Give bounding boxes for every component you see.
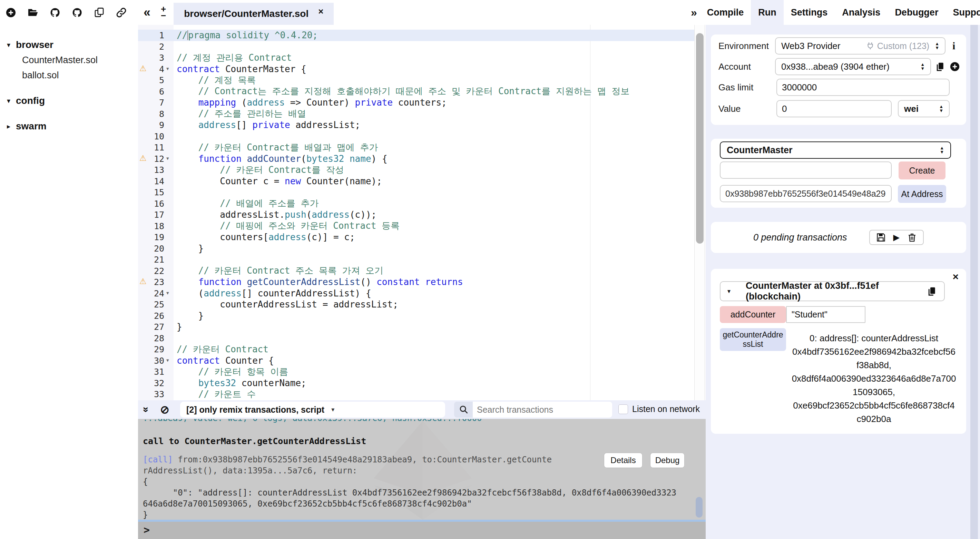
folder-swarm[interactable]: ▸swarm: [0, 119, 137, 134]
code-line[interactable]: 8 // 주소를 관리하는 배열: [138, 108, 694, 120]
value-unit-stepper[interactable]: ▲▼: [939, 105, 943, 113]
gas-limit-input[interactable]: [776, 79, 950, 96]
new-file-icon[interactable]: [6, 7, 16, 18]
zoom-out-icon[interactable]: −: [161, 13, 166, 19]
terminal-scrollbar-thumb[interactable]: [696, 497, 703, 518]
open-folder-icon[interactable]: [28, 7, 38, 18]
tab-counter-master[interactable]: browser/CounterMaster.sol ×: [173, 3, 334, 25]
remove-instance-icon[interactable]: ×: [952, 271, 959, 283]
account-select[interactable]: 0x938...abea9 (3904 ether) ▲▼: [775, 58, 931, 75]
play-transactions-icon[interactable]: ▶: [893, 232, 900, 242]
code-line[interactable]: 2: [138, 41, 694, 52]
add-account-icon[interactable]: [950, 61, 960, 72]
account-stepper[interactable]: ▲▼: [920, 62, 925, 71]
editor-zoom-controls[interactable]: + −: [161, 6, 166, 19]
debug-button[interactable]: Debug: [650, 453, 685, 468]
details-button[interactable]: Details: [604, 453, 643, 468]
copy-account-icon[interactable]: [935, 61, 945, 72]
constructor-args-input[interactable]: [720, 162, 892, 179]
terminal-collapse-icon[interactable]: »: [140, 407, 152, 413]
github-import-icon[interactable]: [50, 7, 60, 18]
code-line[interactable]: 30▾contract Counter {: [138, 355, 694, 366]
instance-caret-icon[interactable]: ▾: [727, 288, 730, 295]
at-address-input[interactable]: [720, 185, 892, 202]
code-line[interactable]: 9 address[] private addressList;: [138, 119, 694, 131]
value-unit-select[interactable]: wei ▲▼: [898, 100, 950, 117]
contract-select[interactable]: CounterMaster ▲▼: [720, 142, 951, 159]
environment-select[interactable]: Web3 Provider Custom (123) ▲▼: [775, 37, 945, 54]
code-line[interactable]: 17 addressList.push(address(c));: [138, 209, 694, 221]
code-line[interactable]: ⚠12▾ function addCounter(bytes32 name) {: [138, 153, 694, 165]
code-line[interactable]: 11 // 카운터 Contract를 배열과 맵에 추가: [138, 142, 694, 153]
code-line[interactable]: 14 Counter c = new Counter(name);: [138, 176, 694, 187]
get-counter-address-list-button[interactable]: getCounterAddre ssList: [720, 328, 786, 351]
code-line[interactable]: 32 bytes32 counterName;: [138, 377, 694, 389]
editor-scrollbar[interactable]: [694, 25, 705, 400]
terminal-filter-dropdown[interactable]: [2] only remix transactions, script ▾: [180, 402, 445, 418]
code-line[interactable]: 24▾ (address[] counterAddressList) {: [138, 288, 694, 299]
file-ballot.sol[interactable]: ballot.sol: [0, 68, 137, 83]
code-line[interactable]: 13 // 카운터 Contract를 작성: [138, 164, 694, 176]
menu-item-compile[interactable]: Compile: [700, 0, 751, 25]
code-line[interactable]: ⚠4▾contract CounterMaster {: [138, 64, 694, 75]
editor-scrollbar-thumb[interactable]: [696, 33, 703, 243]
code-line[interactable]: 18 // 매핑에 주소와 카운터 Contract 등록: [138, 221, 694, 232]
menu-item-debugger[interactable]: Debugger: [888, 0, 945, 25]
terminal-prompt-row[interactable]: >: [138, 522, 706, 539]
save-transactions-icon[interactable]: [876, 232, 886, 242]
code-line[interactable]: 3// 계정 관리용 Contract: [138, 52, 694, 64]
copy-files-icon[interactable]: [94, 7, 105, 18]
contract-select-stepper[interactable]: ▲▼: [940, 146, 944, 154]
menu-item-analysis[interactable]: Analysis: [835, 0, 888, 25]
tab-close-icon[interactable]: ×: [318, 6, 323, 17]
code-line[interactable]: 16 // 배열에 주소를 추가: [138, 198, 694, 210]
code-line[interactable]: 21: [138, 254, 694, 266]
publish-link-icon[interactable]: [116, 7, 127, 18]
delete-transactions-icon[interactable]: [907, 232, 917, 242]
instance-title-box[interactable]: ▾ CounterMaster at 0x3bf...f51ef (blockc…: [720, 281, 945, 301]
fold-caret-icon[interactable]: ▾: [166, 155, 169, 162]
gist-icon[interactable]: [72, 7, 83, 18]
menu-overflow-icon[interactable]: »: [691, 6, 697, 19]
create-button[interactable]: Create: [899, 162, 945, 180]
run-panel-scrollbar[interactable]: [970, 25, 978, 539]
fold-caret-icon[interactable]: ▾: [166, 65, 169, 72]
code-line[interactable]: 15: [138, 187, 694, 198]
code-line[interactable]: ⚠23 function getCounterAddressList() con…: [138, 277, 694, 288]
add-counter-arg-input[interactable]: [786, 306, 865, 323]
menu-item-run[interactable]: Run: [751, 0, 783, 25]
code-line[interactable]: 25 counterAddressList = addressList;: [138, 299, 694, 310]
code-editor[interactable]: 1//pragma solidity ^0.4.20;23// 계정 관리용 C…: [138, 25, 694, 400]
menu-item-support[interactable]: Support: [945, 0, 980, 25]
fold-caret-icon[interactable]: ▾: [166, 357, 169, 363]
info-icon[interactable]: i: [952, 40, 955, 52]
code-line[interactable]: 5 // 계정 목록: [138, 75, 694, 86]
code-line[interactable]: 1//pragma solidity ^0.4.20;: [138, 30, 694, 41]
copy-instance-address-icon[interactable]: [927, 286, 937, 296]
code-line[interactable]: 10: [138, 131, 694, 142]
code-line[interactable]: 6 // Contract는 주소를 지정해 호출해야하기 때문에 주소 및 카…: [138, 86, 694, 97]
code-line[interactable]: 7 mapping (address => Counter) private c…: [138, 97, 694, 108]
code-line[interactable]: 27}: [138, 321, 694, 333]
code-line[interactable]: 33 // 카운트 수: [138, 388, 694, 400]
code-line[interactable]: 22 // 카운터 Contract 주소 목록 가져 오기: [138, 266, 694, 277]
value-input[interactable]: [776, 100, 892, 117]
terminal-clear-icon[interactable]: ⊘: [160, 403, 169, 416]
code-line[interactable]: 19 counters[address(c)] = c;: [138, 232, 694, 243]
search-transactions-input[interactable]: [473, 402, 612, 418]
collapse-sidebar-icon[interactable]: «: [143, 5, 150, 20]
listen-on-network-checkbox[interactable]: [618, 404, 628, 414]
code-line[interactable]: 29// 카운터 Contract: [138, 344, 694, 355]
file-CounterMaster.sol[interactable]: CounterMaster.sol: [0, 52, 137, 68]
environment-stepper[interactable]: ▲▼: [935, 42, 939, 50]
terminal-output[interactable]: ...abea9, value: wei, 0 logs, data:0x139…: [138, 419, 706, 520]
code-line[interactable]: 28: [138, 333, 694, 344]
folder-browser[interactable]: ▾browser: [0, 37, 137, 52]
fold-caret-icon[interactable]: ▾: [166, 290, 169, 296]
menu-item-settings[interactable]: Settings: [784, 0, 835, 25]
code-line[interactable]: 20 }: [138, 243, 694, 254]
code-line[interactable]: 31 // 카운터 항목 이름: [138, 366, 694, 377]
at-address-button[interactable]: At Address: [898, 185, 946, 203]
add-counter-function-button[interactable]: addCounter: [720, 306, 786, 323]
code-line[interactable]: 26 }: [138, 310, 694, 321]
